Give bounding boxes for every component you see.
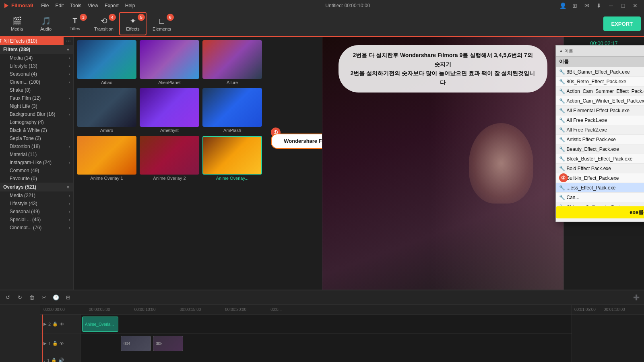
elements-icon: □: [159, 16, 164, 26]
file-row[interactable]: 🔧80s_Retro_Effect_Pack.exe 2019-06-08 오후…: [556, 77, 644, 86]
file-row[interactable]: 🔧All Free Pack2.exe 2019-06-08 오후 3:08 응…: [556, 125, 644, 135]
effect-allure[interactable]: Allure: [202, 40, 262, 85]
more-icon[interactable]: ⋯: [64, 38, 73, 44]
sidebar-distortion[interactable]: Distortion (18)›: [6, 142, 73, 150]
toolbar-media[interactable]: 🎬 Media: [3, 12, 31, 35]
menu-edit[interactable]: Edit: [52, 0, 67, 11]
sidebar-common[interactable]: Common (49): [6, 167, 73, 175]
sidebar-overlay-cinema[interactable]: Cinemat... (76)›: [6, 224, 73, 232]
mail-icon[interactable]: ✉: [581, 0, 592, 11]
all-effects-item[interactable]: All Effects (810): [0, 37, 64, 45]
chevron-down-icon: ▼: [66, 47, 70, 52]
file-row[interactable]: 🔧8Bit_Gamer_Effect_Pack.exe 2019-06-08 오…: [556, 67, 644, 77]
instruction-overlay: 2번을 다 설치한후 Wondershare Filmora 9를 실행해서 3…: [339, 45, 547, 93]
effect-anime3[interactable]: Anime Overlay...: [202, 136, 262, 181]
svg-marker-0: [4, 3, 8, 8]
maximize-button[interactable]: □: [617, 0, 629, 11]
toolbar-audio[interactable]: 🎵 Audio: [32, 12, 60, 35]
sidebar-overlay-special[interactable]: Special ... (45)›: [6, 216, 73, 224]
tl-add-track[interactable]: ➕: [632, 293, 641, 302]
effect-anime1[interactable]: Anime Overlay 1: [77, 136, 136, 181]
sidebar-material[interactable]: Material (11): [6, 150, 73, 158]
sidebar-lomography[interactable]: Lomography (4): [6, 118, 73, 126]
menu-view[interactable]: View: [85, 0, 101, 11]
effect-amaro[interactable]: Amaro: [77, 88, 136, 133]
filters-children: Media (14)› Lifestyle (13)› Seasonal (4)…: [0, 54, 73, 183]
file-row[interactable]: 🔧...ess_Effect_Pack.exe 2019-06-08 오후 2:…: [556, 183, 644, 193]
sidebar-media[interactable]: Media (14)›: [6, 54, 73, 62]
overlays-header[interactable]: Overlays (521) ▼: [0, 183, 73, 191]
sidebar-overlay-media[interactable]: Media (221)›: [6, 191, 73, 200]
effect-thumb-anime3: [202, 136, 262, 175]
menu-tools[interactable]: Tools: [67, 0, 85, 11]
file-row[interactable]: 🔧Block_Buster_Effect_Pack.exe 응용 프로그램 19…: [556, 154, 644, 164]
menu-export[interactable]: Export: [101, 0, 122, 11]
track-clip-004[interactable]: 004: [121, 336, 151, 351]
tl-adjust[interactable]: ⊟: [64, 293, 72, 302]
file-row[interactable]: 🔧Built-in_Effect_Pack.exe 2019-06-08 오후 …: [556, 173, 644, 183]
effect-thumb-anime2: [140, 136, 199, 175]
file-row[interactable]: 🔧Action_Cam_Summer_Effect_Pack.exe 2019-…: [556, 86, 644, 96]
effect-alienplanet[interactable]: AlienPlanet: [140, 40, 199, 85]
file-row[interactable]: 🔧Artistic Effect Pack.exe 2019-06-08 오후.…: [556, 135, 644, 144]
track-clip-005[interactable]: 005: [153, 336, 183, 351]
exe-icon: 🔧: [559, 204, 565, 206]
chevron-right-icon: ›: [69, 112, 70, 117]
sidebar-instagram[interactable]: Instagram-Like (24)›: [6, 158, 73, 167]
sidebar-seasonal[interactable]: Seasonal (4)›: [6, 70, 73, 78]
file-list-scroll[interactable]: 이름 수정한 날짜 유형 크기 🔧8Bit_Gamer_Effect_Pack.…: [556, 57, 644, 206]
file-row[interactable]: 🔧Can... 응용 프로그램: [556, 193, 644, 202]
track-content-audio[interactable]: [80, 353, 572, 362]
file-row[interactable]: 🔧All Elemental Effect Pack.exe 2019-06-0…: [556, 106, 644, 115]
sidebar-shake[interactable]: Shake (8): [6, 86, 73, 94]
file-row[interactable]: 🔧Chinese Calligraphy Pack.exe 2019-06-08…: [556, 202, 644, 206]
timeline-main: 00:00:00:00 00:00:05:00 00:00:10:00 00:0…: [40, 305, 572, 362]
download-icon[interactable]: ⬇: [593, 0, 605, 11]
tl-clock[interactable]: 🕐: [52, 293, 60, 302]
effect-amplash[interactable]: AmPlash: [202, 88, 262, 133]
sidebar-nightlife[interactable]: Night Life (3): [6, 102, 73, 110]
grid-icon[interactable]: ⊞: [569, 0, 580, 11]
close-button[interactable]: ✕: [630, 0, 641, 11]
track-clip-anime[interactable]: Anime_Overla...: [82, 317, 118, 332]
sidebar-overlay-lifestyle[interactable]: Lifestyle (43)›: [6, 200, 73, 208]
sidebar-fauxfilm[interactable]: Faux Film (12)›: [6, 94, 73, 102]
transition-badge: 4: [109, 14, 116, 21]
file-row[interactable]: 🔧All Free Pack1.exe 2019-06-08 오후 3:09 응…: [556, 115, 644, 125]
sidebar-lifestyle[interactable]: Lifestyle (13)›: [6, 62, 73, 70]
chevron-down-icon2: ▼: [66, 185, 70, 189]
minimize-button[interactable]: ─: [605, 0, 617, 11]
tl-redo[interactable]: ↻: [15, 293, 24, 302]
menu-file[interactable]: File: [38, 0, 52, 11]
user-icon[interactable]: 👤: [557, 0, 568, 11]
sidebar-favourite[interactable]: Favourite (0): [6, 175, 73, 183]
tl-delete[interactable]: 🗑: [27, 293, 36, 302]
tl-undo[interactable]: ↺: [3, 293, 12, 302]
effect-anime2[interactable]: Anime Overlay 2: [140, 136, 199, 181]
export-button[interactable]: EXPORT: [603, 16, 641, 31]
track-content-2[interactable]: Anime_Overla...: [80, 315, 572, 333]
window-controls: 👤 ⊞ ✉ ⬇ ─ □ ✕: [557, 0, 641, 11]
track-content-1[interactable]: 004 005: [80, 334, 572, 353]
sidebar-bgblur[interactable]: Background Blur (16)›: [6, 110, 73, 118]
filters-header[interactable]: Filters (289) ▼: [0, 45, 73, 54]
file-row[interactable]: 🔧Action_Cam_Winter_Effect_Pack.exe 2019-…: [556, 96, 644, 106]
col-name[interactable]: 이름: [556, 57, 644, 67]
effect-amethyst[interactable]: Amethyst: [140, 88, 199, 133]
playhead[interactable]: [42, 315, 43, 362]
file-explorer-header: ▲ 이름: [556, 45, 644, 57]
sidebar-cinema[interactable]: Cinem... (100)›: [6, 78, 73, 86]
tl-cut[interactable]: ✂: [39, 293, 48, 302]
file-row[interactable]: 🔧Bold Effect Pack.exe 201... 응용 프로그램 145…: [556, 164, 644, 173]
menu-help[interactable]: Help: [122, 0, 138, 11]
sidebar-bw[interactable]: Black & White (2): [6, 126, 73, 134]
file-table-body: 🔧8Bit_Gamer_Effect_Pack.exe 2019-06-08 오…: [556, 67, 644, 206]
sidebar-sepia[interactable]: Sepia Tone (2): [6, 134, 73, 142]
file-row[interactable]: 🔧Beauty_Effect_Pack.exe 응용 프로그램 121,380K…: [556, 144, 644, 154]
sidebar-overlay-seasonal[interactable]: Seasonal (49)›: [6, 208, 73, 216]
effects-area: Aibao AlienPlanet Allure Amaro Amethyst …: [74, 37, 322, 290]
track-labels-header: [0, 305, 40, 362]
effects-badge: 5: [138, 14, 145, 21]
elements-badge: 6: [167, 14, 174, 21]
effect-aibao[interactable]: Aibao: [77, 40, 136, 85]
